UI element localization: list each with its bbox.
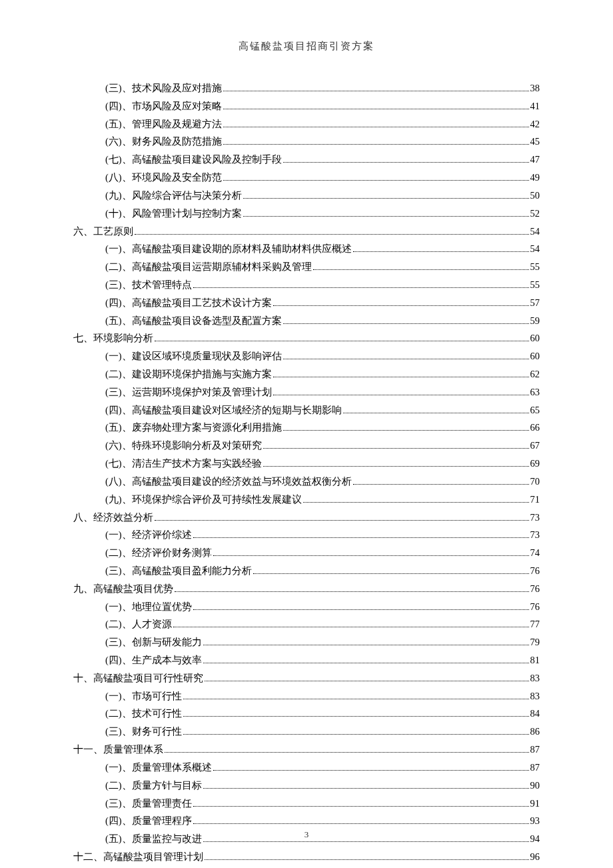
toc-entry-page: 96: [530, 848, 540, 866]
toc-entry-label: (二)、高锰酸盐项目运营期原辅材料采购及管理: [105, 258, 312, 276]
toc-leader: [223, 91, 529, 91]
toc-entry: 十二、高锰酸盐项目管理计划96: [73, 848, 540, 866]
toc-leader: [243, 216, 529, 217]
toc-leader: [223, 109, 529, 109]
toc-entry-page: 87: [530, 759, 540, 777]
toc-entry: (十)、风险管理计划与控制方案52: [105, 205, 540, 223]
document-header: 高锰酸盐项目招商引资方案: [73, 40, 540, 53]
toc-leader: [193, 287, 529, 288]
toc-entry-label: (四)、生产成本与效率: [105, 651, 202, 669]
toc-entry-page: 52: [530, 205, 540, 223]
toc-leader: [353, 484, 529, 485]
toc-entry-page: 76: [530, 562, 540, 580]
toc-entry-label: (三)、运营期环境保护对策及管理计划: [105, 383, 272, 401]
toc-entry-page: 81: [530, 651, 540, 669]
toc-entry-label: (五)、废弃物处理方案与资源化利用措施: [105, 419, 282, 437]
toc-leader: [223, 180, 529, 181]
toc-leader: [273, 305, 529, 306]
toc-entry-label: (四)、高锰酸盐项目建设对区域经济的短期与长期影响: [105, 401, 342, 419]
toc-entry: (五)、管理风险及规避方法42: [105, 115, 540, 133]
toc-entry: (三)、技术风险及应对措施38: [105, 79, 540, 97]
toc-entry-label: 八、经济效益分析: [73, 509, 153, 527]
toc-entry-label: (九)、风险综合评估与决策分析: [105, 187, 242, 205]
toc-entry-page: 63: [530, 383, 540, 401]
toc-entry-page: 84: [530, 705, 540, 723]
toc-leader: [193, 537, 529, 538]
toc-entry: (一)、建设区域环境质量现状及影响评估60: [105, 347, 540, 365]
toc-entry-page: 50: [530, 187, 540, 205]
toc-entry-page: 59: [530, 312, 540, 330]
toc-entry-label: (一)、建设区域环境质量现状及影响评估: [105, 347, 282, 365]
toc-entry-label: (五)、高锰酸盐项目设备选型及配置方案: [105, 312, 282, 330]
toc-leader: [283, 430, 529, 431]
toc-entry: (八)、环境风险及安全防范49: [105, 169, 540, 187]
toc-leader: [253, 573, 529, 574]
toc-entry-label: (三)、高锰酸盐项目盈利能力分析: [105, 562, 252, 580]
toc-entry-page: 70: [530, 473, 540, 491]
toc-entry-page: 91: [530, 795, 540, 813]
toc-entry-label: (三)、质量管理责任: [105, 795, 192, 813]
toc-entry-label: (三)、技术风险及应对措施: [105, 79, 222, 97]
toc-entry: (三)、创新与研发能力79: [105, 633, 540, 651]
toc-entry: (二)、人才资源77: [105, 615, 540, 633]
toc-entry-page: 71: [530, 491, 540, 509]
toc-entry: (五)、高锰酸盐项目设备选型及配置方案59: [105, 312, 540, 330]
toc-entry-label: 七、环境影响分析: [73, 329, 153, 347]
toc-entry: (一)、质量管理体系概述87: [105, 759, 540, 777]
toc-leader: [155, 520, 529, 521]
toc-entry-page: 38: [530, 79, 540, 97]
toc-entry-label: (三)、创新与研发能力: [105, 633, 202, 651]
toc-entry-label: (九)、环境保护综合评价及可持续性发展建议: [105, 491, 302, 509]
toc-entry-page: 41: [530, 97, 540, 115]
toc-entry-label: (十)、风险管理计划与控制方案: [105, 205, 242, 223]
toc-entry-label: (二)、人才资源: [105, 615, 172, 633]
toc-entry-label: (七)、高锰酸盐项目建设风险及控制手段: [105, 151, 282, 169]
toc-entry-page: 69: [530, 455, 540, 473]
toc-leader: [205, 681, 529, 681]
toc-entry-page: 60: [530, 347, 540, 365]
toc-entry-label: (二)、建设期环境保护措施与实施方案: [105, 365, 272, 383]
toc-entry: (四)、高锰酸盐项目建设对区域经济的短期与长期影响65: [105, 401, 540, 419]
toc-entry-label: (三)、技术管理特点: [105, 276, 192, 294]
toc-leader: [183, 734, 529, 735]
toc-entry: (一)、地理位置优势76: [105, 598, 540, 616]
toc-leader: [263, 448, 529, 449]
toc-entry: (二)、高锰酸盐项目运营期原辅材料采购及管理55: [105, 258, 540, 276]
toc-leader: [165, 752, 529, 753]
toc-entry-label: (八)、环境风险及安全防范: [105, 169, 222, 187]
toc-leader: [283, 323, 529, 324]
toc-entry: (七)、清洁生产技术方案与实践经验69: [105, 455, 540, 473]
toc-leader: [203, 788, 529, 789]
toc-leader: [223, 144, 529, 145]
toc-entry: (三)、技术管理特点55: [105, 276, 540, 294]
toc-entry: (三)、财务可行性86: [105, 723, 540, 741]
toc-leader: [213, 555, 529, 556]
toc-entry-page: 87: [530, 741, 540, 759]
toc-entry: 六、工艺原则54: [73, 223, 540, 241]
toc-leader: [263, 466, 529, 467]
toc-entry-page: 54: [530, 223, 540, 241]
toc-entry-label: (四)、高锰酸盐项目工艺技术设计方案: [105, 294, 272, 312]
toc-entry-label: (五)、管理风险及规避方法: [105, 115, 222, 133]
toc-entry-label: 十一、质量管理体系: [73, 741, 163, 759]
toc-entry-page: 73: [530, 526, 540, 544]
toc-entry: (七)、高锰酸盐项目建设风险及控制手段47: [105, 151, 540, 169]
toc-entry: (八)、高锰酸盐项目建设的经济效益与环境效益权衡分析70: [105, 473, 540, 491]
toc-entry: (二)、技术可行性84: [105, 705, 540, 723]
toc-entry: (一)、经济评价综述73: [105, 526, 540, 544]
toc-entry-page: 54: [530, 240, 540, 258]
toc-entry: (九)、风险综合评估与决策分析50: [105, 187, 540, 205]
toc-entry-page: 74: [530, 544, 540, 562]
toc-entry-page: 83: [530, 687, 540, 705]
toc-leader: [193, 823, 529, 824]
toc-entry: (五)、废弃物处理方案与资源化利用措施66: [105, 419, 540, 437]
toc-entry-page: 42: [530, 115, 540, 133]
toc-leader: [203, 645, 529, 645]
toc-entry: (三)、质量管理责任91: [105, 795, 540, 813]
toc-leader: [203, 841, 529, 842]
toc-entry-page: 93: [530, 812, 540, 830]
toc-entry-label: 九、高锰酸盐项目优势: [73, 580, 173, 598]
toc-entry-page: 67: [530, 437, 540, 455]
toc-entry: (一)、市场可行性83: [105, 687, 540, 705]
toc-leader: [193, 609, 529, 610]
